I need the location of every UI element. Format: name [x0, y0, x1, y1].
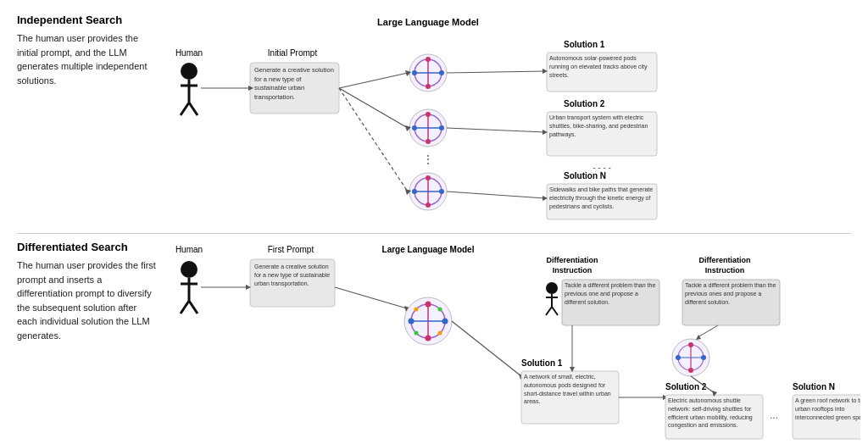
- human-label-bot: Human: [175, 245, 203, 254]
- llm-label-bot: Large Language Model: [382, 245, 475, 254]
- llm-bot-da4: [415, 331, 419, 336]
- llm-bot2-dr: [701, 355, 706, 360]
- llm-bot-dt1: [426, 302, 431, 308]
- llm-label-top: Large Language Model: [377, 17, 479, 27]
- dots-bot: ...: [770, 409, 778, 421]
- dots-top: ⋮: [422, 153, 434, 166]
- independent-search-text: Independent Search The human user provid…: [17, 14, 165, 87]
- human-head-top: [181, 63, 198, 80]
- independent-search-svg: Large Language Model Human Initial Promp…: [165, 14, 776, 224]
- llm-dot-r2: [439, 125, 444, 130]
- llm-bot-da2: [438, 331, 442, 336]
- arrow-to-llm1: [339, 73, 408, 88]
- solution1-label-bot: Solution 1: [521, 358, 563, 368]
- human-label-top: Human: [175, 48, 203, 58]
- independent-search-section: Independent Search The human user provid…: [17, 14, 851, 234]
- llm-dot-l3: [412, 189, 417, 194]
- differentiated-search-diagram: Human First Prompt Large Language Model …: [165, 241, 860, 444]
- independent-search-description: The human user provides the initial prom…: [17, 31, 157, 87]
- main-container: Independent Search The human user provid…: [0, 0, 868, 444]
- solutionN-label-top: Solution N: [564, 171, 606, 180]
- llm-bot2-dl: [676, 355, 681, 360]
- solution2-label-top: Solution 2: [564, 99, 605, 108]
- llm-bot-dl: [409, 319, 415, 325]
- llm-dot-top1: [426, 57, 431, 62]
- llm-dot-bot2: [426, 139, 431, 144]
- llm-dot-r3: [439, 189, 444, 194]
- llm-bot2-db1: [688, 368, 693, 373]
- llm-dot-top2: [426, 112, 431, 117]
- arrow-to-llm3: [339, 88, 408, 191]
- diff-instr1-label2: Instruction: [553, 266, 593, 275]
- initial-prompt-label: Initial Prompt: [268, 48, 318, 58]
- diff-instr1-label: Differentiation: [546, 256, 598, 264]
- llm-bot-db1: [426, 336, 431, 341]
- llm-bot-da1: [415, 308, 419, 312]
- differentiated-search-svg: Human First Prompt Large Language Model …: [165, 241, 860, 442]
- human-body-bot: [181, 278, 198, 314]
- llm-dot-bot1: [426, 84, 431, 89]
- llm-bot2-dt1: [688, 342, 693, 347]
- human-body-top: [181, 80, 198, 115]
- llm-bot-da3: [438, 308, 442, 312]
- llm-dot-top3: [426, 175, 431, 180]
- llm-dot-r1: [439, 70, 444, 75]
- diff-human1-body: [546, 294, 558, 315]
- llm-dot-l1: [412, 70, 417, 75]
- diff-instr2-label2: Instruction: [705, 266, 745, 275]
- arrow-prompt-to-llm-bot: [335, 287, 407, 308]
- arrow-to-llm2: [339, 88, 408, 128]
- arrow-llm3-solN: [447, 191, 545, 198]
- diff-instr2-label: Differentiation: [698, 256, 750, 264]
- solutionN-label-bot: Solution N: [793, 382, 835, 391]
- independent-search-heading: Independent Search: [17, 14, 157, 26]
- differentiated-search-description: The human user provides the first prompt…: [17, 258, 157, 342]
- differentiated-search-heading: Differentiated Search: [17, 241, 157, 253]
- differentiated-search-text: Differentiated Search The human user pro…: [17, 241, 165, 342]
- differentiated-search-section: Differentiated Search The human user pro…: [17, 234, 851, 444]
- llm-bot-dr: [442, 319, 448, 325]
- arrow-llm2-sol2: [447, 128, 545, 132]
- arrow-llm1-sol1: [447, 71, 545, 73]
- arrow-diff2-to-llm2: [698, 325, 718, 337]
- first-prompt-label: First Prompt: [268, 245, 314, 254]
- arrow-llm-to-sol1: [452, 321, 521, 376]
- diff-human1-head: [546, 282, 558, 294]
- solution1-label-top: Solution 1: [564, 40, 605, 49]
- llm-dot-bot3: [426, 203, 431, 208]
- independent-search-diagram: Large Language Model Human Initial Promp…: [165, 14, 851, 227]
- human-head-bot: [181, 261, 198, 278]
- llm-dot-l2: [412, 125, 417, 130]
